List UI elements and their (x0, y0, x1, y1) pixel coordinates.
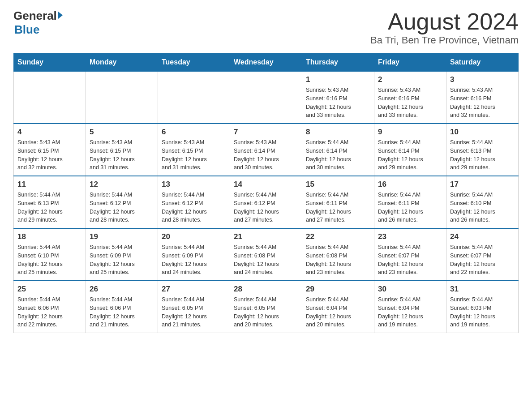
day-number: 2 (378, 75, 442, 84)
calendar-cell: 18Sunrise: 5:44 AM Sunset: 6:10 PM Dayli… (14, 228, 86, 281)
day-number: 20 (162, 232, 226, 241)
day-info: Sunrise: 5:44 AM Sunset: 6:05 PM Dayligh… (234, 295, 298, 329)
day-info: Sunrise: 5:44 AM Sunset: 6:09 PM Dayligh… (162, 243, 226, 277)
day-number: 5 (90, 128, 154, 137)
calendar-cell: 10Sunrise: 5:44 AM Sunset: 6:13 PM Dayli… (446, 124, 519, 176)
calendar-header-row: SundayMondayTuesdayWednesdayThursdayFrid… (14, 54, 519, 72)
calendar-cell: 21Sunrise: 5:44 AM Sunset: 6:08 PM Dayli… (230, 228, 302, 281)
day-info: Sunrise: 5:44 AM Sunset: 6:11 PM Dayligh… (306, 191, 370, 224)
title-block: August 2024 Ba Tri, Ben Tre Province, Vi… (370, 9, 519, 46)
day-info: Sunrise: 5:43 AM Sunset: 6:16 PM Dayligh… (306, 86, 370, 120)
day-number: 25 (17, 285, 82, 294)
day-info: Sunrise: 5:43 AM Sunset: 6:14 PM Dayligh… (234, 138, 298, 172)
calendar-week-row: 11Sunrise: 5:44 AM Sunset: 6:13 PM Dayli… (14, 176, 519, 228)
calendar-cell: 2Sunrise: 5:43 AM Sunset: 6:16 PM Daylig… (374, 71, 446, 124)
day-info: Sunrise: 5:44 AM Sunset: 6:13 PM Dayligh… (17, 191, 82, 224)
weekday-header-saturday: Saturday (446, 54, 519, 72)
calendar-week-row: 25Sunrise: 5:44 AM Sunset: 6:06 PM Dayli… (14, 281, 519, 333)
day-info: Sunrise: 5:44 AM Sunset: 6:08 PM Dayligh… (234, 243, 298, 277)
logo: General Blue (13, 9, 63, 37)
calendar-cell: 12Sunrise: 5:44 AM Sunset: 6:12 PM Dayli… (86, 176, 158, 228)
page-subtitle: Ba Tri, Ben Tre Province, Vietnam (370, 34, 519, 46)
calendar-cell: 30Sunrise: 5:44 AM Sunset: 6:04 PM Dayli… (374, 281, 446, 333)
logo-arrow-icon (58, 12, 63, 19)
day-number: 21 (234, 232, 298, 241)
weekday-header-thursday: Thursday (302, 54, 374, 72)
day-number: 18 (17, 232, 82, 241)
day-number: 13 (162, 180, 226, 189)
weekday-header-tuesday: Tuesday (158, 54, 230, 72)
day-info: Sunrise: 5:44 AM Sunset: 6:07 PM Dayligh… (378, 243, 442, 277)
calendar-cell: 26Sunrise: 5:44 AM Sunset: 6:06 PM Dayli… (86, 281, 158, 333)
day-info: Sunrise: 5:44 AM Sunset: 6:14 PM Dayligh… (378, 138, 442, 172)
calendar-cell: 5Sunrise: 5:43 AM Sunset: 6:15 PM Daylig… (86, 124, 158, 176)
logo-blue-text: Blue (14, 23, 39, 37)
day-number: 29 (306, 285, 370, 294)
calendar-cell: 15Sunrise: 5:44 AM Sunset: 6:11 PM Dayli… (302, 176, 374, 228)
calendar-cell: 19Sunrise: 5:44 AM Sunset: 6:09 PM Dayli… (86, 228, 158, 281)
day-info: Sunrise: 5:43 AM Sunset: 6:15 PM Dayligh… (162, 138, 226, 172)
day-number: 16 (378, 180, 442, 189)
day-info: Sunrise: 5:44 AM Sunset: 6:04 PM Dayligh… (378, 295, 442, 329)
day-number: 14 (234, 180, 298, 189)
calendar-cell: 6Sunrise: 5:43 AM Sunset: 6:15 PM Daylig… (158, 124, 230, 176)
day-number: 22 (306, 232, 370, 241)
page-header: General Blue August 2024 Ba Tri, Ben Tre… (13, 9, 519, 46)
calendar-cell: 16Sunrise: 5:44 AM Sunset: 6:11 PM Dayli… (374, 176, 446, 228)
calendar-cell: 1Sunrise: 5:43 AM Sunset: 6:16 PM Daylig… (302, 71, 374, 124)
day-number: 9 (378, 128, 442, 137)
day-info: Sunrise: 5:44 AM Sunset: 6:11 PM Dayligh… (378, 191, 442, 224)
day-number: 15 (306, 180, 370, 189)
calendar-table: SundayMondayTuesdayWednesdayThursdayFrid… (13, 53, 519, 333)
weekday-header-monday: Monday (86, 54, 158, 72)
day-number: 6 (162, 128, 226, 137)
calendar-cell (158, 71, 230, 124)
day-info: Sunrise: 5:43 AM Sunset: 6:15 PM Dayligh… (17, 138, 82, 172)
day-number: 31 (450, 285, 515, 294)
calendar-week-row: 18Sunrise: 5:44 AM Sunset: 6:10 PM Dayli… (14, 228, 519, 281)
day-info: Sunrise: 5:44 AM Sunset: 6:04 PM Dayligh… (306, 295, 370, 329)
calendar-cell: 14Sunrise: 5:44 AM Sunset: 6:12 PM Dayli… (230, 176, 302, 228)
day-number: 11 (17, 180, 82, 189)
day-info: Sunrise: 5:44 AM Sunset: 6:10 PM Dayligh… (450, 191, 515, 224)
calendar-cell: 31Sunrise: 5:44 AM Sunset: 6:03 PM Dayli… (446, 281, 519, 333)
calendar-cell: 8Sunrise: 5:44 AM Sunset: 6:14 PM Daylig… (302, 124, 374, 176)
day-info: Sunrise: 5:43 AM Sunset: 6:16 PM Dayligh… (450, 86, 515, 120)
day-info: Sunrise: 5:44 AM Sunset: 6:06 PM Dayligh… (17, 295, 82, 329)
calendar-cell: 3Sunrise: 5:43 AM Sunset: 6:16 PM Daylig… (446, 71, 519, 124)
day-number: 27 (162, 285, 226, 294)
day-number: 26 (90, 285, 154, 294)
day-number: 10 (450, 128, 515, 137)
day-number: 23 (378, 232, 442, 241)
calendar-cell: 29Sunrise: 5:44 AM Sunset: 6:04 PM Dayli… (302, 281, 374, 333)
day-number: 28 (234, 285, 298, 294)
day-info: Sunrise: 5:43 AM Sunset: 6:16 PM Dayligh… (378, 86, 442, 120)
calendar-cell (230, 71, 302, 124)
day-number: 4 (17, 128, 82, 137)
day-info: Sunrise: 5:44 AM Sunset: 6:08 PM Dayligh… (306, 243, 370, 277)
logo-general-text: General (13, 9, 57, 23)
day-number: 17 (450, 180, 515, 189)
calendar-cell: 20Sunrise: 5:44 AM Sunset: 6:09 PM Dayli… (158, 228, 230, 281)
day-number: 19 (90, 232, 154, 241)
calendar-week-row: 4Sunrise: 5:43 AM Sunset: 6:15 PM Daylig… (14, 124, 519, 176)
calendar-cell (14, 71, 86, 124)
day-number: 1 (306, 75, 370, 84)
weekday-header-wednesday: Wednesday (230, 54, 302, 72)
day-info: Sunrise: 5:44 AM Sunset: 6:07 PM Dayligh… (450, 243, 515, 277)
day-info: Sunrise: 5:44 AM Sunset: 6:10 PM Dayligh… (17, 243, 82, 277)
day-number: 12 (90, 180, 154, 189)
calendar-cell: 7Sunrise: 5:43 AM Sunset: 6:14 PM Daylig… (230, 124, 302, 176)
weekday-header-friday: Friday (374, 54, 446, 72)
day-number: 30 (378, 285, 442, 294)
calendar-cell: 11Sunrise: 5:44 AM Sunset: 6:13 PM Dayli… (14, 176, 86, 228)
day-info: Sunrise: 5:44 AM Sunset: 6:06 PM Dayligh… (90, 295, 154, 329)
day-info: Sunrise: 5:44 AM Sunset: 6:12 PM Dayligh… (162, 191, 226, 224)
day-info: Sunrise: 5:44 AM Sunset: 6:05 PM Dayligh… (162, 295, 226, 329)
calendar-cell (86, 71, 158, 124)
day-number: 3 (450, 75, 515, 84)
calendar-cell: 25Sunrise: 5:44 AM Sunset: 6:06 PM Dayli… (14, 281, 86, 333)
day-info: Sunrise: 5:44 AM Sunset: 6:13 PM Dayligh… (450, 138, 515, 172)
calendar-cell: 27Sunrise: 5:44 AM Sunset: 6:05 PM Dayli… (158, 281, 230, 333)
weekday-header-sunday: Sunday (14, 54, 86, 72)
